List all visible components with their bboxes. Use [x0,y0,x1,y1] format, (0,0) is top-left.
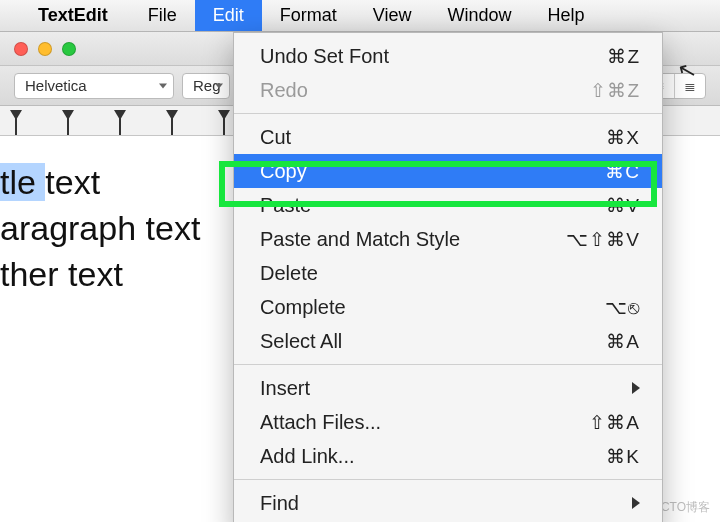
menu-item-undo-set-font[interactable]: Undo Set Font⌘Z [234,39,662,73]
menu-item-paste[interactable]: Paste⌘V [234,188,662,222]
menubar-item-edit[interactable]: Edit [195,0,262,31]
menu-item-shortcut: ⇧⌘A [589,411,640,434]
menu-item-label: Insert [260,377,632,400]
zoom-window-button[interactable] [62,42,76,56]
menu-item-shortcut: ⌘K [606,445,640,468]
menubar-item-help[interactable]: Help [529,0,602,31]
menu-item-label: Paste and Match Style [260,228,566,251]
menu-item-select-all[interactable]: Select All⌘A [234,324,662,358]
menu-separator [234,364,662,365]
menu-item-shortcut: ⌘V [606,194,640,217]
menu-item-shortcut: ⌘Z [607,45,640,68]
menubar-item-format[interactable]: Format [262,0,355,31]
menu-item-shortcut: ⌘X [606,126,640,149]
menu-item-label: Undo Set Font [260,45,607,68]
ruler-tab-stop[interactable] [10,110,22,120]
menubar-item-view[interactable]: View [355,0,430,31]
menu-item-cut[interactable]: Cut⌘X [234,120,662,154]
menu-item-label: Paste [260,194,606,217]
menu-item-delete[interactable]: Delete [234,256,662,290]
traffic-lights [14,42,76,56]
menu-item-label: Redo [260,79,590,102]
menu-item-label: Find [260,492,632,515]
menu-item-label: Copy [260,160,605,183]
menu-item-shortcut: ⇧⌘Z [590,79,640,102]
menu-item-insert[interactable]: Insert [234,371,662,405]
selected-text: tle [0,163,45,201]
menu-item-find[interactable]: Find [234,486,662,520]
menu-item-complete[interactable]: Complete⌥⎋ [234,290,662,324]
submenu-arrow-icon [632,497,640,509]
menu-item-attach-files[interactable]: Attach Files...⇧⌘A [234,405,662,439]
system-menubar: TextEdit File Edit Format View Window He… [0,0,720,32]
menu-item-shortcut: ⌥⎋ [605,296,640,319]
font-family-select[interactable]: Helvetica [14,73,174,99]
edit-dropdown-menu: Undo Set Font⌘ZRedo⇧⌘ZCut⌘XCopy⌘CPaste⌘V… [233,32,663,522]
menu-item-shortcut: ⌘C [605,160,640,183]
menubar-item-file[interactable]: File [130,0,195,31]
ruler-tab-stop[interactable] [218,110,230,120]
menubar-app-name[interactable]: TextEdit [38,5,108,26]
font-style-select[interactable]: Reg [182,73,230,99]
menu-separator [234,479,662,480]
menu-item-label: Cut [260,126,606,149]
menu-item-label: Select All [260,330,606,353]
menu-item-copy[interactable]: Copy⌘C [234,154,662,188]
close-window-button[interactable] [14,42,28,56]
menu-separator [234,113,662,114]
menu-item-paste-and-match-style[interactable]: Paste and Match Style⌥⇧⌘V [234,222,662,256]
menu-item-shortcut: ⌥⇧⌘V [566,228,640,251]
menu-item-label: Add Link... [260,445,606,468]
menubar-item-window[interactable]: Window [429,0,529,31]
font-family-value: Helvetica [25,77,87,94]
menu-item-redo: Redo⇧⌘Z [234,73,662,107]
ruler-tab-stop[interactable] [166,110,178,120]
ruler-tab-stop[interactable] [114,110,126,120]
submenu-arrow-icon [632,382,640,394]
menu-item-add-link[interactable]: Add Link...⌘K [234,439,662,473]
menu-item-label: Attach Files... [260,411,589,434]
menu-item-label: Delete [260,262,640,285]
minimize-window-button[interactable] [38,42,52,56]
menu-item-label: Complete [260,296,605,319]
ruler-tab-stop[interactable] [62,110,74,120]
font-style-value: Reg [193,77,221,94]
menu-item-shortcut: ⌘A [606,330,640,353]
